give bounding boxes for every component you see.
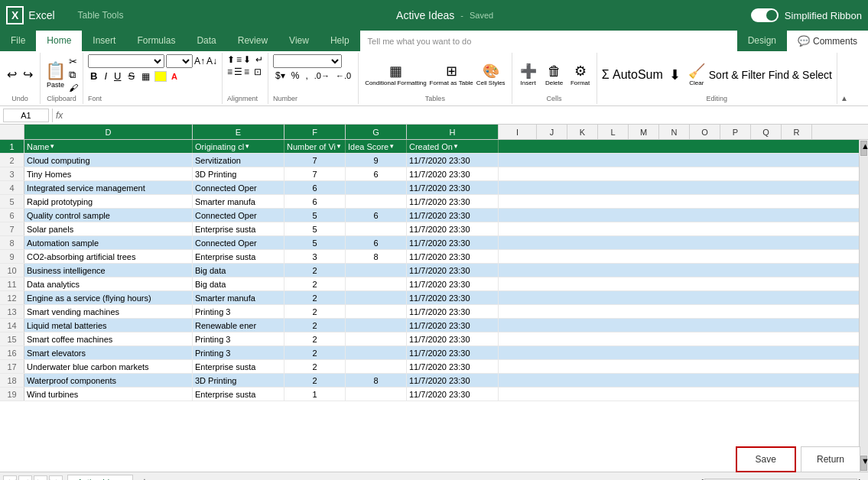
table-row[interactable]: 3 Tiny Homes 3D Printing 7 6 11/7/2020 2… [0, 167, 859, 181]
font-family-select[interactable] [88, 54, 164, 68]
formula-input[interactable] [67, 109, 865, 122]
cell-score[interactable]: 6 [346, 236, 407, 249]
sheet-nav-next[interactable]: ▶ [34, 475, 47, 481]
cell-name[interactable]: Integrated service management [24, 181, 193, 194]
cell-votes[interactable]: 3 [284, 250, 346, 263]
cell-name[interactable]: Data analytics [24, 277, 193, 290]
cell-name[interactable]: Underwater blue carbon markets [24, 360, 193, 373]
cell-score[interactable]: 6 [346, 209, 407, 222]
cell-originating[interactable]: Printing 3 [193, 332, 284, 345]
table-row[interactable]: 5 Rapid prototyping Smarter manufa 6 11/… [0, 195, 859, 209]
cell-score[interactable] [346, 222, 407, 235]
decrease-decimal-button[interactable]: ←.0 [333, 70, 353, 81]
undo-button[interactable]: ↩ [5, 65, 19, 84]
cell-score[interactable] [346, 264, 407, 277]
percent-button[interactable]: % [289, 70, 302, 82]
header-originating[interactable]: Originating cl▼ [193, 140, 284, 153]
cell-name[interactable]: Engine as a service (flying hours) [24, 291, 193, 304]
tab-insert[interactable]: Insert [82, 31, 126, 51]
cell-name[interactable]: Smart elevators [24, 346, 193, 359]
cell-styles-button[interactable]: 🎨 Cell Styles [476, 63, 506, 86]
cell-originating[interactable]: Servitization [193, 154, 284, 167]
cell-votes[interactable]: 2 [284, 332, 346, 345]
cell-created[interactable]: 11/7/2020 23:30 [407, 277, 499, 290]
comma-button[interactable]: , [303, 70, 310, 82]
cell-originating[interactable]: Big data [193, 277, 284, 290]
cell-votes[interactable]: 2 [284, 360, 346, 373]
copy-button[interactable]: ⧉ [69, 69, 78, 81]
fill-button[interactable]: ⬇ [666, 66, 684, 83]
font-color-button[interactable]: A [169, 71, 180, 82]
increase-decimal-button[interactable]: .0→ [312, 70, 332, 81]
cell-created[interactable]: 11/7/2020 23:30 [407, 236, 499, 249]
cell-originating[interactable]: Printing 3 [193, 346, 284, 359]
sort-filter-button[interactable]: Sort & Filter [709, 69, 766, 81]
underline-button[interactable]: U [112, 70, 123, 83]
table-row[interactable]: 6 Quality control sample Connected Oper … [0, 209, 859, 222]
table-row[interactable]: 10 Business intelligence Big data 2 11/7… [0, 264, 859, 277]
tab-data[interactable]: Data [186, 31, 226, 51]
cell-score[interactable] [346, 195, 407, 208]
tab-home[interactable]: Home [36, 31, 82, 51]
wrap-text-button[interactable]: ↵ [255, 54, 263, 65]
cell-originating[interactable]: Enterprise susta [193, 222, 284, 235]
table-row[interactable]: 17 Underwater blue carbon markets Enterp… [0, 360, 859, 374]
find-select-button[interactable]: Find & Select [769, 69, 832, 81]
cell-votes[interactable]: 2 [284, 346, 346, 359]
cell-score[interactable] [346, 332, 407, 345]
header-votes[interactable]: Number of Vi▼ [284, 140, 346, 153]
comments-button[interactable]: 💬 Comments [787, 31, 868, 51]
cell-votes[interactable]: 2 [284, 277, 346, 290]
scroll-right-button[interactable]: ▶ [859, 477, 865, 480]
scroll-left-button[interactable]: ◀ [697, 477, 703, 480]
cell-originating[interactable]: Printing 3 [193, 305, 284, 318]
align-top-button[interactable]: ⬆ [227, 54, 235, 65]
cell-originating[interactable]: 3D Printing [193, 374, 284, 387]
cut-button[interactable]: ✂ [69, 56, 78, 67]
cell-score[interactable] [346, 181, 407, 194]
cell-votes[interactable]: 2 [284, 319, 346, 332]
cell-score[interactable] [346, 319, 407, 332]
tab-design[interactable]: Design [737, 31, 787, 51]
cell-created[interactable]: 11/7/2020 23:30 [407, 250, 499, 263]
autosum-button[interactable]: Σ AutoSum [602, 68, 663, 82]
align-right-button[interactable]: ≡ [244, 66, 249, 77]
font-grow-button[interactable]: A↑ [194, 56, 205, 66]
cell-created[interactable]: 11/7/2020 23:30 [407, 319, 499, 332]
cell-score[interactable] [346, 360, 407, 373]
cell-votes[interactable]: 2 [284, 305, 346, 318]
add-sheet-button[interactable]: + [136, 474, 153, 481]
header-name[interactable]: Name ▼ [24, 140, 193, 153]
tab-formulas[interactable]: Formulas [126, 31, 186, 51]
cell-originating[interactable]: Enterprise susta [193, 360, 284, 373]
cell-originating[interactable]: Connected Oper [193, 181, 284, 194]
cell-name[interactable]: Quality control sample [24, 209, 193, 222]
align-center-button[interactable]: ☰ [234, 66, 242, 77]
cell-votes[interactable]: 5 [284, 209, 346, 222]
cell-name[interactable]: Solar panels [24, 222, 193, 235]
cell-created[interactable]: 11/7/2020 23:30 [407, 291, 499, 304]
cell-votes[interactable]: 1 [284, 388, 346, 401]
cell-created[interactable]: 11/7/2020 23:30 [407, 388, 499, 401]
table-row[interactable]: 2 Cloud computing Servitization 7 9 11/7… [0, 154, 859, 167]
cell-name[interactable]: Automation sample [24, 236, 193, 249]
clear-button[interactable]: 🧹 Clear [688, 63, 706, 86]
cell-votes[interactable]: 2 [284, 291, 346, 304]
cell-votes[interactable]: 2 [284, 374, 346, 387]
simplified-ribbon-toggle[interactable] [751, 8, 779, 22]
cell-score[interactable]: 6 [346, 167, 407, 180]
border-button[interactable]: ▦ [139, 70, 152, 83]
cell-score[interactable] [346, 277, 407, 290]
cell-originating[interactable]: Big data [193, 264, 284, 277]
table-row[interactable]: 4 Integrated service management Connecte… [0, 181, 859, 195]
scrollbar-up[interactable]: ▲ [860, 141, 867, 156]
active-sheet-tab[interactable]: Active Ideas [67, 475, 133, 480]
cell-name[interactable]: Cloud computing [24, 154, 193, 167]
cell-created[interactable]: 11/7/2020 23:30 [407, 346, 499, 359]
table-row[interactable]: 7 Solar panels Enterprise susta 5 11/7/2… [0, 222, 859, 236]
cell-score[interactable] [346, 346, 407, 359]
tab-review[interactable]: Review [227, 31, 278, 51]
table-row[interactable]: 18 Waterproof components 3D Printing 2 8… [0, 374, 859, 388]
format-as-table-button[interactable]: ⊞ Format as Table [430, 63, 473, 86]
cell-name[interactable]: Liquid metal batteries [24, 319, 193, 332]
